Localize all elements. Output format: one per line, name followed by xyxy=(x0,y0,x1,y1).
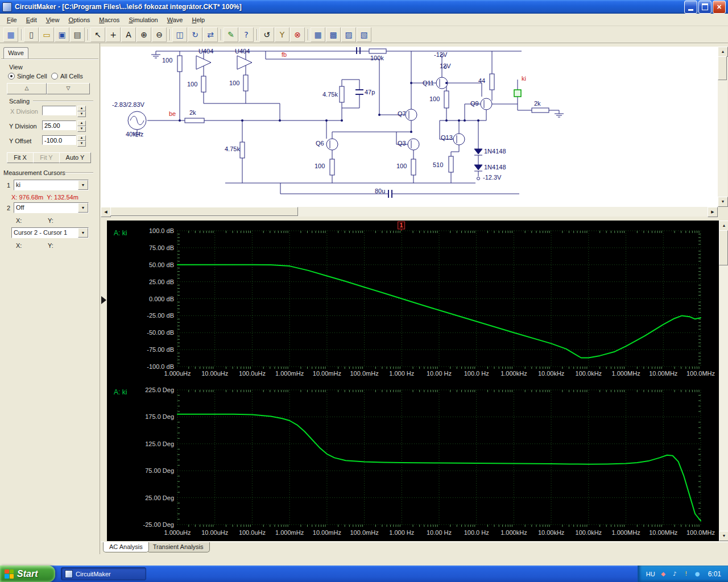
menu-item[interactable]: Help xyxy=(187,15,209,25)
text-tool-icon[interactable]: A xyxy=(121,27,136,42)
scroll-right-icon[interactable]: ▶ xyxy=(708,207,718,217)
menu-item[interactable]: File xyxy=(2,15,22,25)
spinner-down-icon[interactable]: ▼ xyxy=(77,126,86,132)
bode-plots[interactable]: 100.0 dB75.00 dB50.00 dB25.00 dB0.000 dB… xyxy=(107,221,719,541)
cursor2-select[interactable]: Off ▼ xyxy=(14,202,89,213)
schematic-label: ki xyxy=(522,75,526,82)
svg-text:100.0MHz: 100.0MHz xyxy=(686,370,715,377)
scroll-up-icon[interactable]: ▲ xyxy=(718,47,728,57)
digital-grid-icon[interactable]: ▦ xyxy=(311,27,325,42)
y-offset-input[interactable] xyxy=(42,135,76,145)
oscilloscope-icon[interactable]: ▧ xyxy=(357,27,371,42)
antivirus-icon[interactable]: ◆ xyxy=(659,569,668,578)
single-cell-radio[interactable]: Single Cell xyxy=(8,73,47,80)
spinner-up-icon[interactable]: ▲ xyxy=(77,120,86,126)
dropdown-arrow-icon[interactable]: ▼ xyxy=(78,228,88,238)
svg-text:1.000kHz: 1.000kHz xyxy=(500,370,527,377)
mirror-icon[interactable]: ⇄ xyxy=(203,27,218,42)
language-indicator[interactable]: HU xyxy=(646,571,655,577)
y-offset-spinner[interactable]: ▲ ▼ xyxy=(77,135,86,145)
spinner-up-icon[interactable]: ▲ xyxy=(77,106,86,111)
reset-icon[interactable]: ↺ xyxy=(259,27,274,42)
cursor2-index: 2 xyxy=(7,205,10,211)
pan-up-button[interactable]: △ xyxy=(7,83,47,94)
scroll-up-icon[interactable]: ▲ xyxy=(719,221,728,231)
alert-icon[interactable]: ! xyxy=(682,569,690,578)
arrow-tool-icon[interactable]: ↖ xyxy=(90,27,105,42)
fit-y-button[interactable]: Fit Y xyxy=(33,152,60,163)
svg-text:75.00 Deg: 75.00 Deg xyxy=(145,467,174,474)
new-file-icon[interactable]: ▯ xyxy=(24,27,39,42)
schematic-label: 100 xyxy=(396,163,407,169)
waveform-window-icon[interactable]: ▩ xyxy=(326,27,341,42)
x-division-spinner[interactable]: ▲ ▼ xyxy=(77,106,86,115)
save-icon[interactable]: ▣ xyxy=(55,27,69,42)
schematic-label: Q9 xyxy=(470,100,479,107)
parts-browser-icon[interactable]: ▦ xyxy=(3,27,18,42)
toolbar: ▦▯▭▣▤↖+A⊕⊖◫↻⇄✎?↺Y⊗▦▩▨▧ xyxy=(0,26,728,43)
fit-x-button[interactable]: Fit X xyxy=(7,152,34,163)
menu-item[interactable]: View xyxy=(42,15,64,25)
logic-analyzer-icon[interactable]: ▨ xyxy=(341,27,356,42)
schematic-hscrollbar[interactable]: ◀ ▶ xyxy=(101,207,718,217)
scroll-down-icon[interactable]: ▼ xyxy=(718,197,728,207)
cursor-diff-select[interactable]: Cursor 2 - Cursor 1 ▼ xyxy=(11,227,89,238)
probe-icon[interactable]: Y xyxy=(275,27,289,42)
cursor1-select[interactable]: ki ▼ xyxy=(14,180,89,190)
schematic-canvas[interactable]: 100U404U404fb100k-12V12VQ1144ki1001004.7… xyxy=(101,47,718,207)
zoom-probe-icon[interactable]: ⊕ xyxy=(136,27,151,42)
scroll-thumb[interactable] xyxy=(718,56,727,80)
edit-tool-icon[interactable]: ✎ xyxy=(224,27,238,42)
svg-text:10.00MHz: 10.00MHz xyxy=(649,370,677,377)
menu-item[interactable]: Simulation xyxy=(124,15,162,25)
splitter-handle[interactable] xyxy=(101,296,106,304)
dropdown-arrow-icon[interactable]: ▼ xyxy=(78,203,88,213)
menu-item[interactable]: Macros xyxy=(94,15,124,25)
close-button[interactable]: × xyxy=(713,1,726,14)
pan-down-button[interactable]: ▽ xyxy=(47,83,90,94)
help-icon[interactable]: ? xyxy=(239,27,254,42)
auto-y-button[interactable]: Auto Y xyxy=(59,152,91,163)
wave-tab[interactable]: Wave xyxy=(3,47,28,59)
schematic-label: -2.83/2.83V xyxy=(112,101,144,108)
start-button[interactable]: Start xyxy=(0,566,55,582)
wire-tool-icon[interactable]: + xyxy=(106,27,121,42)
schematic-label: fb xyxy=(282,51,287,58)
schematic-label: 100k xyxy=(370,55,384,61)
spinner-down-icon[interactable]: ▼ xyxy=(77,141,86,147)
menu-item[interactable]: Wave xyxy=(163,15,188,25)
spinner-down-icon[interactable]: ▼ xyxy=(77,111,86,117)
menu-item[interactable]: Options xyxy=(64,15,94,25)
schematic-label: Q13 xyxy=(441,134,453,141)
restore-button[interactable] xyxy=(698,1,712,14)
y-division-spinner[interactable]: ▲ ▼ xyxy=(77,120,86,130)
svg-text:-75.00 dB: -75.00 dB xyxy=(147,346,174,353)
menu-item[interactable]: Edit xyxy=(22,15,42,25)
all-cells-radio[interactable]: All Cells xyxy=(51,73,83,80)
waveform-vscrollbar[interactable]: ▲ ▼ xyxy=(719,221,728,541)
y-division-input[interactable] xyxy=(42,120,76,130)
volume-icon[interactable]: ♪ xyxy=(671,569,679,578)
scroll-thumb[interactable] xyxy=(719,230,728,265)
taskbar-task-circuitmaker[interactable]: CircuitMaker xyxy=(61,567,146,580)
scroll-down-icon[interactable]: ▼ xyxy=(719,531,728,541)
minimize-button[interactable] xyxy=(684,1,697,14)
dropdown-arrow-icon[interactable]: ▼ xyxy=(78,180,88,190)
scroll-thumb[interactable] xyxy=(110,207,298,216)
zoom-tool-icon[interactable]: ⊖ xyxy=(152,27,167,42)
waveform-area[interactable]: 100.0 dB75.00 dB50.00 dB25.00 dB0.000 dB… xyxy=(107,221,719,541)
stop-icon[interactable]: ⊗ xyxy=(290,27,305,42)
analysis-tab[interactable]: Transient Analysis xyxy=(147,542,210,552)
scroll-left-icon[interactable]: ◀ xyxy=(101,207,111,217)
messenger-icon[interactable]: ● xyxy=(693,569,702,578)
print-icon[interactable]: ▤ xyxy=(70,27,85,42)
analysis-tab[interactable]: AC Analysis xyxy=(103,542,149,552)
spinner-up-icon[interactable]: ▲ xyxy=(77,135,86,141)
rotate-icon[interactable]: ↻ xyxy=(188,27,202,42)
find-part-icon[interactable]: ◫ xyxy=(172,27,187,42)
schematic-vscrollbar[interactable]: ▲ ▼ xyxy=(718,47,727,207)
svg-text:100.0 Hz: 100.0 Hz xyxy=(464,370,489,377)
task-app-icon xyxy=(65,570,73,578)
svg-text:0.000 dB: 0.000 dB xyxy=(149,296,174,302)
open-file-icon[interactable]: ▭ xyxy=(39,27,54,42)
